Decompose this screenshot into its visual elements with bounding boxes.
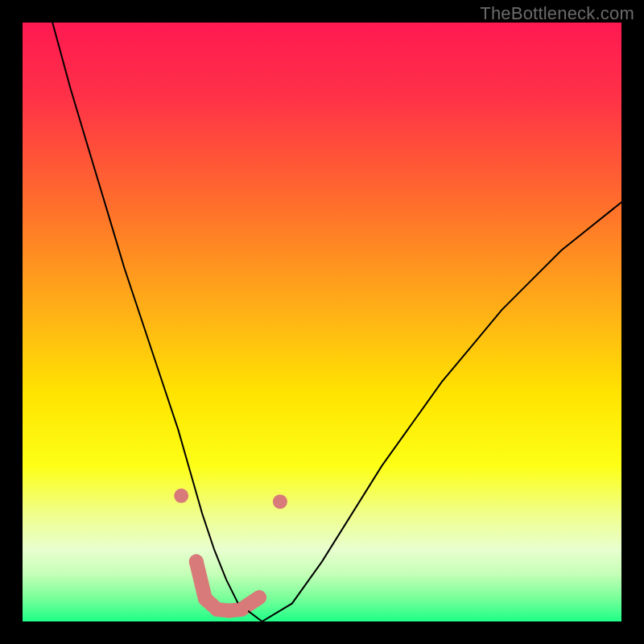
- bottleneck-chart: [23, 23, 621, 621]
- highlight-point: [189, 555, 204, 569]
- chart-frame: TheBottleneck.com: [0, 0, 644, 644]
- plot-area: [23, 23, 621, 621]
- gradient-background: [23, 23, 621, 621]
- highlight-point: [273, 494, 287, 509]
- watermark-text: TheBottleneck.com: [480, 3, 634, 24]
- highlight-point: [198, 592, 213, 606]
- highlight-point: [234, 602, 249, 617]
- highlight-point: [252, 590, 266, 605]
- highlight-point: [174, 489, 188, 503]
